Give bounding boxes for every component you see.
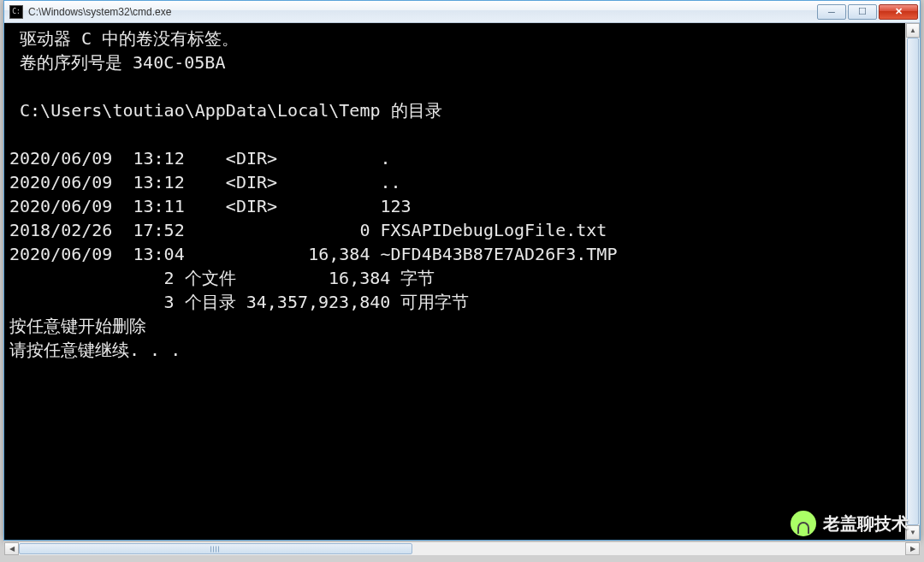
scroll-thumb[interactable] (907, 38, 919, 525)
scroll-up-arrow-icon[interactable]: ▲ (906, 23, 920, 38)
vertical-scrollbar[interactable]: ▲ ▼ (905, 23, 920, 540)
horizontal-scrollbar[interactable]: ◀ ▶ (3, 541, 921, 556)
hscroll-track[interactable] (19, 542, 905, 555)
terminal-output[interactable]: 驱动器 C 中的卷没有标签。 卷的序列号是 340C-05BA C:\Users… (4, 23, 905, 540)
wechat-icon (791, 511, 816, 536)
title-bar[interactable]: C: C:\Windows\system32\cmd.exe ─ ☐ ✕ (4, 1, 920, 23)
maximize-button[interactable]: ☐ (848, 4, 877, 20)
client-area: 驱动器 C 中的卷没有标签。 卷的序列号是 340C-05BA C:\Users… (4, 23, 920, 540)
close-button[interactable]: ✕ (879, 4, 918, 20)
cmd-icon: C: (9, 5, 23, 19)
scroll-track[interactable] (906, 38, 920, 525)
hscroll-thumb[interactable] (19, 543, 412, 554)
window-buttons: ─ ☐ ✕ (815, 4, 918, 20)
scroll-right-arrow-icon[interactable]: ▶ (905, 542, 920, 555)
watermark-text: 老盖聊技术 (823, 512, 909, 535)
minimize-button[interactable]: ─ (817, 4, 846, 20)
scroll-left-arrow-icon[interactable]: ◀ (4, 542, 19, 555)
cmd-window: C: C:\Windows\system32\cmd.exe ─ ☐ ✕ 驱动器… (3, 0, 921, 541)
watermark: 老盖聊技术 (791, 511, 909, 536)
window-title: C:\Windows\system32\cmd.exe (28, 6, 171, 18)
